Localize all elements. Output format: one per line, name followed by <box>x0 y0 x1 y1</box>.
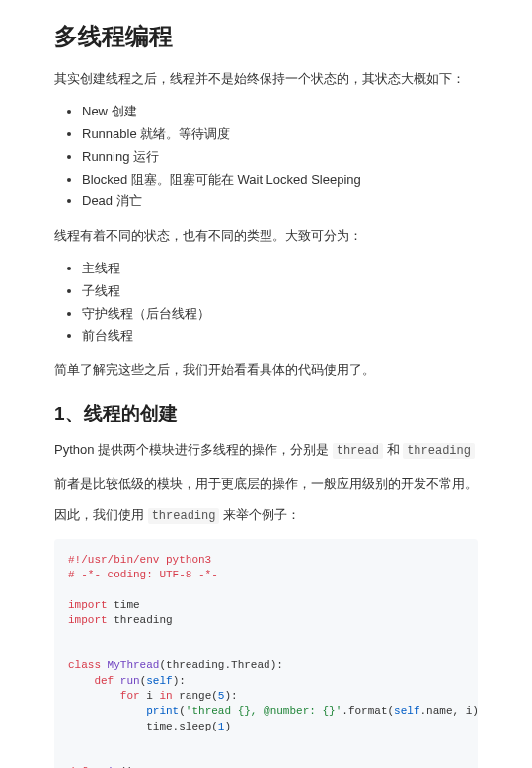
paragraph-lowlevel: 前者是比较低级的模块，用于更底层的操作，一般应用级别的开发不常用。 <box>54 474 478 495</box>
paragraph-modules: Python 提供两个模块进行多线程的操作，分别是 thread 和 threa… <box>54 440 478 461</box>
page-title: 多线程编程 <box>54 18 478 55</box>
after-types: 简单了解完这些之后，我们开始看看具体的代码使用了。 <box>54 360 478 381</box>
list-item: Dead 消亡 <box>82 192 478 212</box>
list-item: Blocked 阻塞。阻塞可能在 Wait Locked Sleeping <box>82 170 478 191</box>
code-example: #!/usr/bin/env python3 # -*- coding: UTF… <box>54 539 478 768</box>
inline-code: threading <box>148 508 220 524</box>
list-item: 守护线程（后台线程） <box>82 304 478 325</box>
list-item: Running 运行 <box>82 147 478 168</box>
inline-code: threading <box>403 443 475 459</box>
thread-states-list: New 创建 Runnable 就绪。等待调度 Running 运行 Block… <box>54 102 478 212</box>
list-item: Runnable 就绪。等待调度 <box>82 124 478 145</box>
list-item: 子线程 <box>82 281 478 302</box>
thread-types-list: 主线程 子线程 守护线程（后台线程） 前台线程 <box>54 259 478 346</box>
list-item: 前台线程 <box>82 326 478 346</box>
inline-code: thread <box>333 443 383 459</box>
list-item: New 创建 <box>82 102 478 122</box>
paragraph-example: 因此，我们使用 threading 来举个例子： <box>54 505 478 526</box>
list-item: 主线程 <box>82 259 478 279</box>
section-1-title: 1、线程的创建 <box>54 399 478 428</box>
intro-paragraph: 其实创建线程之后，线程并不是始终保持一个状态的，其状态大概如下： <box>54 69 478 90</box>
types-intro: 线程有着不同的状态，也有不同的类型。大致可分为： <box>54 226 478 247</box>
